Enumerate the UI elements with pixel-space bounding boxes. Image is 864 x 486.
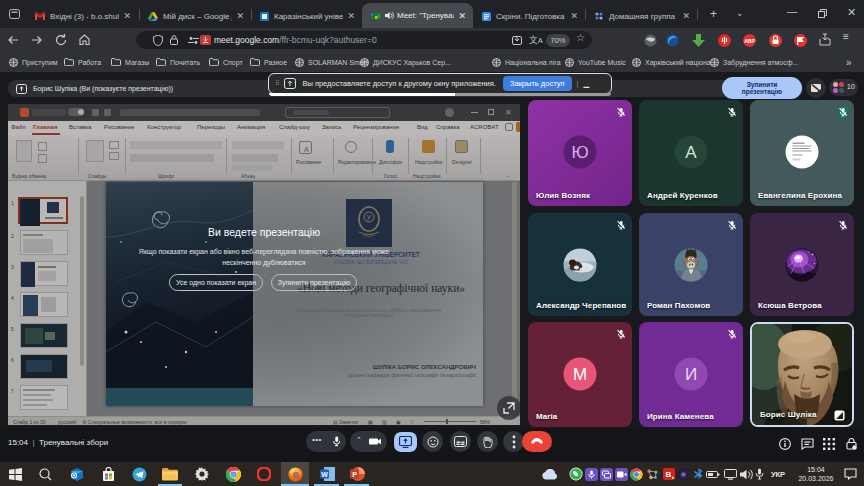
svg-text:ABP: ABP xyxy=(744,38,755,44)
svg-text:B: B xyxy=(665,470,671,479)
svg-text:P: P xyxy=(352,471,357,478)
svg-text:W: W xyxy=(321,471,328,478)
